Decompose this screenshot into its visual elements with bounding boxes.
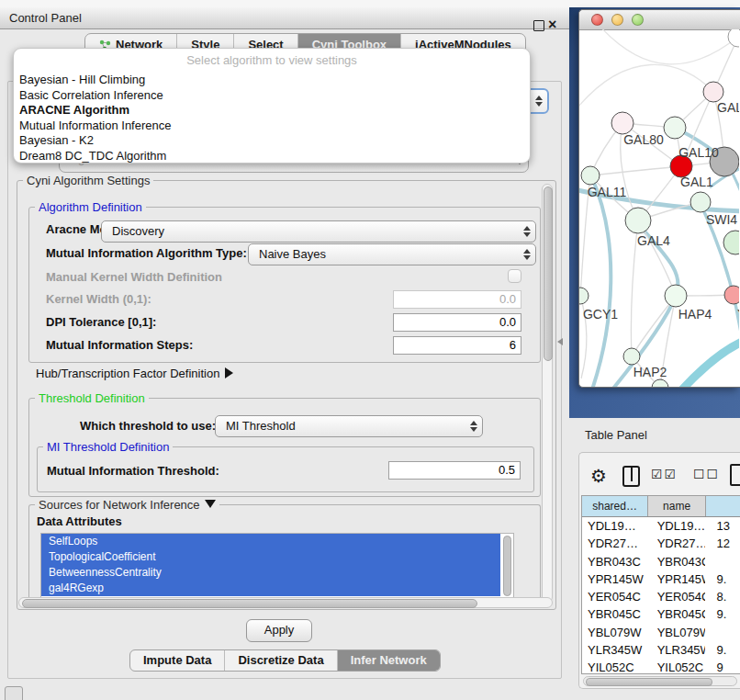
table-row[interactable]: YDL19…YDL19…13	[582, 517, 740, 535]
table-row[interactable]: YER054CYER054C8.	[582, 588, 740, 605]
table-cell[interactable]: 9.	[705, 570, 740, 588]
table-row[interactable]: YBR045CYBR045C9.	[582, 605, 740, 623]
column-header-name[interactable]: name	[648, 496, 706, 516]
network-node[interactable]	[625, 208, 651, 233]
table-cell[interactable]: YLR345W	[648, 641, 706, 659]
network-node[interactable]	[723, 231, 739, 254]
table-cell[interactable]: YBR045C	[582, 605, 648, 623]
table-row[interactable]: YBR043CYBR043C	[582, 553, 740, 570]
table-cell[interactable]: YPR145W	[582, 570, 648, 588]
table-hscroll-thumb[interactable]	[586, 678, 712, 686]
table-row[interactable]: YIL052CYIL052C9	[582, 659, 740, 674]
minimized-panel-button[interactable]	[5, 686, 23, 700]
table-cell[interactable]: YBR045C	[648, 605, 706, 623]
dropdown-item[interactable]: Bayesian - Hill Climbing	[19, 73, 524, 88]
network-window-titlebar[interactable]	[579, 10, 740, 30]
float-panel-icon[interactable]	[533, 20, 544, 31]
mi-steps-input[interactable]: 6	[393, 336, 521, 355]
table-cell[interactable]: YDL19…	[582, 517, 648, 535]
which-threshold-combobox[interactable]: MI Threshold	[215, 415, 483, 437]
table-cell[interactable]: YDL19…	[648, 517, 706, 535]
network-node[interactable]	[623, 348, 640, 365]
close-panel-icon[interactable]: ×	[548, 15, 556, 35]
table-cell[interactable]: YLR345W	[582, 641, 648, 659]
dropdown-item[interactable]: ARACNE Algorithm	[19, 103, 524, 119]
table-cell[interactable]: YER054C	[582, 588, 648, 605]
settings-hscroll-thumb[interactable]	[22, 599, 477, 608]
dropdown-placeholder: Select algorithm to view settings	[14, 53, 530, 67]
settings-vertical-scrollbar[interactable]	[542, 184, 553, 603]
aracne-mode-combobox[interactable]: Discovery	[101, 220, 536, 243]
network-node[interactable]	[581, 166, 600, 185]
dropdown-item[interactable]: Basic Correlation Inference	[19, 88, 524, 104]
table-cell[interactable]	[705, 553, 740, 570]
column-header-cut[interactable]	[706, 496, 740, 516]
network-node[interactable]	[665, 285, 687, 307]
table-cell[interactable]: YIL052C	[648, 659, 706, 674]
network-node[interactable]	[703, 82, 723, 102]
table-cell[interactable]: 9.	[705, 641, 740, 659]
node-label: Y	[737, 307, 739, 322]
network-node[interactable]	[724, 286, 739, 304]
table-cell[interactable]	[705, 624, 740, 641]
which-threshold-label: Which threshold to use:	[80, 419, 216, 433]
table-cell[interactable]: YBL079W	[648, 624, 706, 641]
panel-divider-handle[interactable]	[557, 338, 563, 345]
table-cell[interactable]: 9.	[705, 605, 740, 623]
minimize-window-icon[interactable]	[611, 14, 623, 26]
column-header-shared-name[interactable]: shared…	[582, 496, 648, 516]
network-node[interactable]	[579, 288, 589, 304]
apply-button[interactable]: Apply	[246, 619, 312, 642]
sources-group-title[interactable]: Sources for Network Inference	[35, 498, 219, 512]
network-node[interactable]	[690, 192, 711, 212]
tab-discretize-data[interactable]: Discretize Data	[225, 650, 337, 671]
settings-horizontal-scrollbar[interactable]	[18, 597, 553, 608]
table-cell[interactable]: 13	[705, 517, 740, 535]
table-cell[interactable]: 8.	[705, 588, 740, 605]
mi-threshold-input[interactable]: 0.5	[388, 461, 521, 480]
attribute-item[interactable]: BetweennessCentrality	[41, 565, 500, 581]
settings-vscroll-thumb[interactable]	[544, 186, 553, 361]
table-cell[interactable]: YIL052C	[582, 659, 648, 674]
table-cell[interactable]: 12	[705, 535, 740, 552]
table-row[interactable]: YLR345WYLR345W9.	[582, 641, 740, 659]
table-row[interactable]: YDR27…YDR27…12	[582, 535, 740, 552]
dpi-tolerance-input[interactable]: 0.0	[393, 313, 521, 332]
tab-infer-network[interactable]: Infer Network	[338, 650, 440, 671]
network-node[interactable]	[728, 29, 739, 47]
list-scrollbar[interactable]	[503, 536, 511, 596]
close-window-icon[interactable]	[591, 14, 603, 26]
table-row[interactable]: YBL079WYBL079W	[582, 624, 740, 641]
columns-icon[interactable]	[622, 466, 640, 487]
table-cell[interactable]: YDR27…	[648, 535, 706, 552]
list-scrollbar-thumb[interactable]	[503, 536, 511, 596]
document-icon[interactable]	[730, 464, 740, 486]
table-row[interactable]: YPR145WYPR145W9.	[582, 570, 740, 588]
dropdown-item[interactable]: Dream8 DC_TDC Algorithm	[19, 149, 524, 164]
zoom-window-icon[interactable]	[632, 14, 644, 26]
node-label: HAP2	[633, 365, 667, 379]
table-cell[interactable]: YBL079W	[582, 624, 648, 641]
gear-icon[interactable]: ⚙	[590, 463, 607, 489]
hub-definition-toggle[interactable]: Hub/Transcription Factor Definition	[36, 367, 233, 380]
attribute-item[interactable]: TopologicalCoefficient	[41, 549, 500, 565]
network-node[interactable]	[652, 379, 668, 387]
mi-type-combobox[interactable]: Naive Bayes	[248, 243, 536, 265]
table-horizontal-scrollbar[interactable]	[583, 676, 737, 686]
network-node[interactable]	[664, 117, 686, 139]
table-cell[interactable]: 9	[705, 659, 740, 674]
table-cell[interactable]: YBR043C	[582, 553, 648, 570]
dropdown-item[interactable]: Bayesian - K2	[19, 133, 524, 149]
tab-impute-data[interactable]: Impute Data	[130, 650, 225, 671]
table-cell[interactable]: YER054C	[648, 588, 706, 605]
table-cell[interactable]: YBR043C	[648, 553, 706, 570]
dropdown-item[interactable]: Mutual Information Inference	[19, 119, 524, 134]
table-cell[interactable]: YDR27…	[582, 535, 648, 552]
attribute-item[interactable]: SelfLoops	[41, 534, 500, 549]
attribute-item[interactable]: gal4RGexp	[41, 581, 500, 596]
table-cell[interactable]: YPR145W	[648, 570, 706, 588]
select-all-checkboxes-icon[interactable]: ☑☑	[651, 467, 678, 481]
network-canvas[interactable]: GALGAL80GAL10GAL1GAL11SWI4GAL4GCY1HAP4YH…	[579, 29, 739, 387]
network-node[interactable]	[611, 112, 633, 134]
clear-checkboxes-icon[interactable]: ☐☐	[693, 467, 720, 481]
